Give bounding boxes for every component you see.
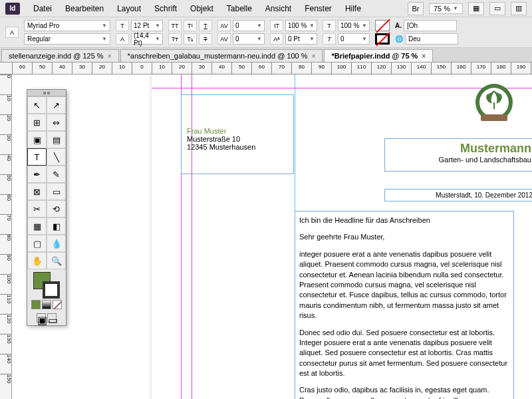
superscript-button[interactable]: T¹ (184, 20, 197, 31)
close-icon[interactable]: × (422, 53, 426, 60)
charstyle-select[interactable]: [Oh (404, 20, 457, 31)
recipient-street: Musterstraße 10 (187, 135, 288, 143)
free-transform-tool[interactable]: ⟲ (47, 200, 66, 217)
control-panel: A Myriad Pro▼ Regular▼ T12 Pt▼ A(14,4 Pt… (0, 17, 532, 48)
menu-datei[interactable]: Datei (27, 4, 59, 13)
arrange-button[interactable]: ▥ (511, 2, 527, 15)
baseline-icon: Aª (270, 33, 283, 45)
tab-anschreiben[interactable]: *anschreiben_galabau_mustermann-neu.indd… (120, 49, 323, 62)
hscale-input[interactable]: 100 %▼ (338, 20, 370, 31)
character-mode-button[interactable]: A (5, 27, 19, 38)
chevron-down-icon: ▼ (102, 23, 107, 29)
company-logo-icon (471, 81, 517, 128)
paragraph-2: Donec sed odio dui. Sed posuere consecte… (299, 328, 509, 379)
kerning-input[interactable]: 0▼ (233, 20, 265, 31)
view-options-button[interactable]: ▦ (468, 2, 484, 15)
normal-view-button[interactable]: ▣ (37, 313, 46, 323)
subscript-button[interactable]: T₁ (184, 33, 197, 45)
direct-selection-tool[interactable]: ↗ (47, 96, 66, 114)
gradient-swatch-tool[interactable]: ▦ (27, 217, 47, 235)
tracking-input[interactable]: 0▼ (233, 33, 265, 45)
content-placer-tool[interactable]: ▤ (47, 131, 66, 148)
font-style-select[interactable]: Regular▼ (24, 33, 110, 45)
rectangle-frame-tool[interactable]: ⊠ (27, 183, 47, 200)
hand-tool[interactable]: ✋ (27, 252, 47, 269)
pen-tool[interactable]: ✒ (27, 166, 47, 183)
body-text-frame[interactable]: Ich bin die Headline für das Anschreiben… (295, 211, 514, 399)
workspace: 0102030405060708090100110120130140150 Fr… (0, 74, 532, 399)
note-tool[interactable]: ▢ (27, 235, 47, 252)
font-family-select[interactable]: Myriad Pro▼ (24, 20, 110, 31)
menu-ansicht[interactable]: Ansicht (259, 4, 298, 13)
zoom-value: 75 % (434, 5, 450, 13)
gap-tool[interactable]: ⇔ (47, 114, 66, 131)
tools-panel[interactable]: ↖ ↗ ⊞ ⇔ ▣ ▤ T ╲ ✒ ✎ ⊠ ▭ ✂ ⟲ ▦ ◧ ▢ 💧 ✋ 🔍 … (27, 89, 66, 326)
vertical-ruler[interactable]: 0102030405060708090100110120130140150 (0, 74, 12, 399)
kerning-icon: AV (217, 20, 231, 31)
menu-layout[interactable]: Layout (110, 4, 148, 13)
menu-objekt[interactable]: Objekt (184, 4, 220, 13)
menu-schrift[interactable]: Schrift (148, 4, 184, 13)
leading-input[interactable]: (14,4 Pt)▼ (131, 33, 163, 45)
tab-stellenanzeige[interactable]: stellenanzeige.indd @ 125 %× (1, 49, 119, 62)
bridge-button[interactable]: Br (408, 2, 424, 15)
leading-icon: A (116, 33, 129, 45)
close-icon[interactable]: × (312, 53, 316, 60)
recipient-city: 12345 Musterhausen (187, 143, 288, 151)
menu-hilfe[interactable]: Hilfe (338, 4, 368, 13)
menu-tabelle[interactable]: Tabelle (220, 4, 259, 13)
company-subtitle: Garten- und Landschaftsbau (390, 156, 531, 164)
underline-button[interactable]: T (199, 20, 212, 31)
hscale-icon: T (323, 20, 336, 31)
stroke-swatch[interactable] (375, 33, 390, 45)
preview-button[interactable]: ▭ (47, 313, 57, 323)
baseline-input[interactable]: 0 Pt▼ (285, 33, 317, 45)
allcaps-button[interactable]: TT (168, 20, 182, 31)
tracking-icon: AV (217, 33, 231, 45)
content-collector-tool[interactable]: ▣ (27, 131, 47, 148)
line-tool[interactable]: ╲ (47, 148, 66, 166)
language-select[interactable]: Deu (405, 33, 458, 45)
screen-mode-button[interactable]: ▭ (489, 2, 505, 15)
vscale-input[interactable]: 100 %▼ (285, 20, 317, 31)
tab-briefpapier[interactable]: *Briefpapier.indd @ 75 %× (324, 49, 433, 62)
vscale-icon: IT (270, 20, 283, 31)
smallcaps-button[interactable]: Tᴛ (168, 33, 182, 45)
fill-stroke-proxy[interactable] (33, 272, 60, 299)
headline-text: Ich bin die Headline für das Anschreiben (299, 215, 509, 225)
document-tabs: stellenanzeige.indd @ 125 %× *anschreibe… (0, 48, 532, 63)
menu-fenster[interactable]: Fenster (298, 4, 338, 13)
menu-bearbeiten[interactable]: Bearbeiten (59, 4, 110, 13)
gradient-feather-tool[interactable]: ◧ (47, 217, 66, 235)
paragraph-1: integer posuere erat a ante venenatis da… (299, 249, 509, 321)
page-tool[interactable]: ⊞ (27, 114, 47, 131)
stroke-color[interactable] (43, 281, 60, 299)
apply-color-button[interactable] (31, 300, 41, 309)
apply-none-button[interactable] (53, 300, 62, 309)
fill-swatch[interactable] (375, 20, 390, 31)
pasteboard[interactable]: Frau Muster Musterstraße 10 12345 Muster… (12, 74, 532, 399)
eyedropper-tool[interactable]: 💧 (47, 235, 66, 252)
font-size-input[interactable]: 12 Pt▼ (131, 20, 163, 31)
zoom-tool[interactable]: 🔍 (47, 252, 66, 269)
rectangle-tool[interactable]: ▭ (47, 183, 66, 200)
selection-tool[interactable]: ↖ (27, 96, 47, 114)
pencil-tool[interactable]: ✎ (47, 166, 66, 183)
scissors-tool[interactable]: ✂ (27, 200, 47, 217)
skew-input[interactable]: 0▼ (338, 33, 370, 45)
paragraph-3: Cras justo odio, dapibus ac facilisis in… (299, 385, 509, 399)
menu-bar: Id Datei Bearbeiten Layout Schrift Objek… (0, 0, 532, 17)
panel-grip[interactable] (27, 90, 66, 96)
chevron-down-icon: ▼ (453, 5, 458, 11)
apply-gradient-button[interactable] (42, 300, 51, 309)
zoom-level-select[interactable]: 75 %▼ (429, 3, 463, 14)
date-frame[interactable]: Musterstadt, 10. Dezember 2012 (384, 189, 532, 201)
type-tool[interactable]: T (27, 148, 47, 166)
close-icon[interactable]: × (108, 53, 112, 60)
horizontal-ruler[interactable]: 6050403020100102030405060708090100110120… (0, 63, 532, 74)
company-frame[interactable]: Mustermann Garten- und Landschaftsbau (384, 138, 532, 172)
strikethrough-button[interactable]: T (199, 33, 212, 45)
chevron-down-icon: ▼ (102, 36, 107, 42)
document-page[interactable]: Frau Muster Musterstraße 10 12345 Muster… (152, 74, 532, 399)
address-frame[interactable]: Frau Muster Musterstraße 10 12345 Muster… (181, 94, 294, 174)
